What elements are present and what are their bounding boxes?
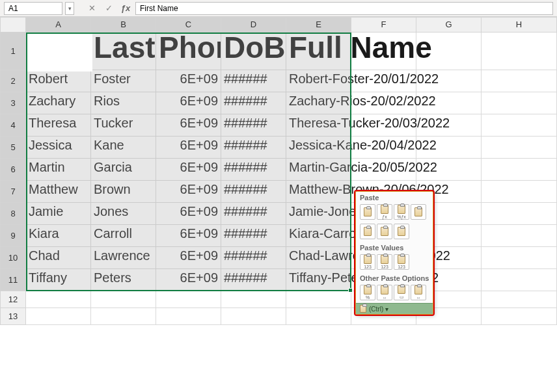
cell-C1[interactable]: Phone (156, 33, 221, 70)
row-head-3[interactable]: 3 (0, 92, 26, 114)
paste-values-num-button[interactable]: 123 (377, 254, 392, 270)
cell-H7[interactable] (482, 181, 557, 203)
cell-H5[interactable] (482, 137, 557, 159)
cell-A7[interactable]: Matthew (26, 181, 91, 203)
row-head-10[interactable]: 10 (0, 247, 26, 269)
cell-A2[interactable]: Robert (26, 70, 91, 92)
cell-B8[interactable]: Jones (91, 203, 156, 225)
cell-B12[interactable] (91, 291, 156, 308)
cell-D2[interactable]: ###### (221, 70, 286, 92)
cell-A5[interactable]: Jessica (26, 137, 91, 159)
cell-E7[interactable]: Matthew-Brown-20/06/2022 (286, 181, 351, 203)
cell-H12[interactable] (482, 291, 557, 308)
cell-H13[interactable] (482, 308, 557, 325)
cell-E12[interactable] (286, 291, 351, 308)
col-head-B[interactable]: B (91, 17, 156, 33)
cell-D1[interactable]: DoB (221, 33, 286, 70)
cell-C7[interactable]: 6E+09 (156, 181, 221, 203)
formula-input[interactable]: First Name (135, 2, 553, 15)
cell-B1[interactable]: Last Name (91, 33, 156, 70)
cell-C11[interactable]: 6E+09 (156, 269, 221, 291)
col-head-D[interactable]: D (221, 17, 286, 33)
cell-A11[interactable]: Tiffany (26, 269, 91, 291)
paste-button[interactable] (360, 204, 375, 220)
cell-A8[interactable]: Jamie (26, 203, 91, 225)
cell-C13[interactable] (156, 308, 221, 325)
col-head-H[interactable]: H (482, 17, 557, 33)
cell-C3[interactable]: 6E+09 (156, 92, 221, 114)
paste-values-button[interactable]: 123 (360, 254, 375, 270)
cell-C8[interactable]: 6E+09 (156, 203, 221, 225)
paste-no-border-button[interactable] (360, 224, 375, 239)
row-head-5[interactable]: 5 (0, 137, 26, 159)
cell-E6[interactable]: Martin-Garcia-20/05/2022 (286, 159, 351, 181)
row-head-11[interactable]: 11 (0, 269, 26, 291)
cell-D8[interactable]: ###### (221, 203, 286, 225)
paste-formulas-button[interactable]: ƒx (377, 204, 392, 220)
row-head-2[interactable]: 2 (0, 70, 26, 92)
name-box-dropdown[interactable]: ▾ (65, 2, 74, 15)
cell-D9[interactable]: ###### (221, 225, 286, 247)
cell-D5[interactable]: ###### (221, 137, 286, 159)
cell-D10[interactable]: ###### (221, 247, 286, 269)
paste-linked-picture-button[interactable]: ⟗ (411, 285, 426, 300)
cell-B7[interactable]: Brown (91, 181, 156, 203)
cell-H2[interactable] (482, 70, 557, 92)
cell-H4[interactable] (482, 114, 557, 137)
cell-B2[interactable]: Foster (91, 70, 156, 92)
cell-E4[interactable]: Theresa-Tucker-20/03/2022 (286, 114, 351, 137)
row-head-9[interactable]: 9 (0, 225, 26, 247)
cell-A12[interactable] (26, 291, 91, 308)
cell-H6[interactable] (482, 159, 557, 181)
cell-E5[interactable]: Jessica-Kane-20/04/2022 (286, 137, 351, 159)
cell-C12[interactable] (156, 291, 221, 308)
cell-A6[interactable]: Martin (26, 159, 91, 181)
cell-C10[interactable]: 6E+09 (156, 247, 221, 269)
cell-D4[interactable]: ###### (221, 114, 286, 137)
col-head-A[interactable]: A (26, 17, 91, 33)
cell-E3[interactable]: Zachary-Rios-20/02/2022 (286, 92, 351, 114)
paste-keep-src-button[interactable] (411, 204, 426, 220)
cell-E2[interactable]: Robert-Foster-20/01/2022 (286, 70, 351, 92)
paste-values-src-button[interactable]: 123 (394, 254, 409, 270)
cell-H1[interactable] (482, 33, 557, 70)
paste-picture-button[interactable]: ▭ (394, 285, 409, 300)
paste-link-button[interactable]: ⟗ (377, 285, 392, 300)
cell-H3[interactable] (482, 92, 557, 114)
row-head-12[interactable]: 12 (0, 291, 26, 308)
paste-formulas-fmt-button[interactable]: %ƒx (394, 204, 409, 220)
paste-transpose-button[interactable] (394, 224, 409, 239)
row-head-1[interactable]: 1 (0, 33, 26, 70)
cell-D7[interactable]: ###### (221, 181, 286, 203)
cell-C6[interactable]: 6E+09 (156, 159, 221, 181)
cell-E8[interactable]: Jamie-Jones-20/07/2022 (286, 203, 351, 225)
cell-D13[interactable] (221, 308, 286, 325)
cell-B9[interactable]: Carroll (91, 225, 156, 247)
cell-B5[interactable]: Kane (91, 137, 156, 159)
cell-B6[interactable]: Garcia (91, 159, 156, 181)
row-head-7[interactable]: 7 (0, 181, 26, 203)
cell-B13[interactable] (91, 308, 156, 325)
cell-H9[interactable] (482, 225, 557, 247)
row-head-13[interactable]: 13 (0, 308, 26, 325)
col-head-C[interactable]: C (156, 17, 221, 33)
cell-A4[interactable]: Theresa (26, 114, 91, 137)
cell-B10[interactable]: Lawrence (91, 247, 156, 269)
cell-H11[interactable] (482, 269, 557, 291)
cell-B3[interactable]: Rios (91, 92, 156, 114)
row-head-6[interactable]: 6 (0, 159, 26, 181)
cell-C9[interactable]: 6E+09 (156, 225, 221, 247)
cell-A1[interactable]: First Name (26, 33, 91, 70)
cell-D11[interactable]: ###### (221, 269, 286, 291)
cell-A3[interactable]: Zachary (26, 92, 91, 114)
cell-E11[interactable]: Tiffany-Peters-20/10/2022 (286, 269, 351, 291)
cell-H8[interactable] (482, 203, 557, 225)
cell-A10[interactable]: Chad (26, 247, 91, 269)
cell-E13[interactable] (286, 308, 351, 325)
cell-C5[interactable]: 6E+09 (156, 137, 221, 159)
cell-C4[interactable]: 6E+09 (156, 114, 221, 137)
fx-icon[interactable]: ƒx (118, 2, 133, 15)
row-head-8[interactable]: 8 (0, 203, 26, 225)
paste-ctrl-bar[interactable]: (Ctrl) ▾ (356, 303, 433, 314)
name-box[interactable]: A1 (4, 2, 62, 15)
